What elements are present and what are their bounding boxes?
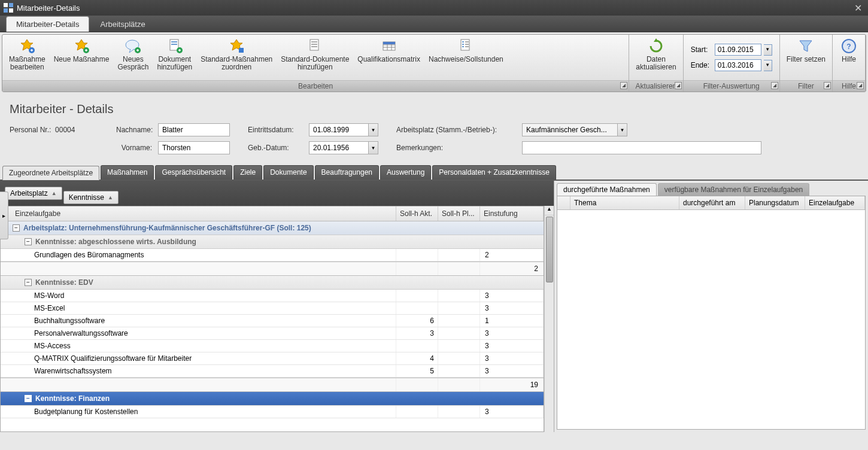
svg-text:?: ? bbox=[846, 42, 851, 51]
right-pane: durchgeführte Maßnahmen verfügbare Maßna… bbox=[554, 181, 868, 432]
bemerkungen-label: Bemerkungen: bbox=[396, 144, 516, 152]
collapse-icon[interactable]: − bbox=[25, 279, 32, 286]
chevron-down-icon[interactable]: ▼ bbox=[369, 123, 378, 136]
skills-grid[interactable]: Einzelaufgabe Soll-h Akt. Soll-h Pl... E… bbox=[0, 206, 544, 432]
grid-row[interactable]: Personalverwaltungssoftware33 bbox=[1, 327, 544, 340]
grid-row[interactable]: Warenwirtschaftssystem53 bbox=[1, 365, 544, 378]
ribbon-set-filter[interactable]: Filter setzen bbox=[782, 36, 830, 79]
subtab-actions[interactable]: Maßnahmen bbox=[101, 165, 154, 180]
grid-row[interactable]: Grundlagen des Büromanagments2 bbox=[1, 249, 544, 262]
arbeitsplatz-select[interactable] bbox=[522, 123, 618, 136]
grid-row[interactable]: MS-Excel3 bbox=[1, 302, 544, 315]
col-einstufung[interactable]: Einstufung bbox=[480, 206, 544, 221]
ribbon-std-actions[interactable]: Standard-Maßnahmen zuordnen bbox=[196, 36, 277, 79]
chevron-down-icon[interactable]: ▼ bbox=[764, 60, 772, 71]
help-icon: ? bbox=[839, 38, 858, 54]
nachname-input[interactable] bbox=[158, 123, 230, 136]
ribbon-new-talk[interactable]: Neues Gespräch bbox=[113, 36, 153, 79]
dialog-launcher-icon[interactable]: ◢ bbox=[675, 82, 682, 89]
grid-header: Einzelaufgabe Soll-h Akt. Soll-h Pl... E… bbox=[1, 206, 544, 221]
close-icon[interactable]: ✕ bbox=[852, 2, 864, 14]
dialog-launcher-icon[interactable]: ◢ bbox=[771, 82, 778, 89]
subtab-eval[interactable]: Auswertung bbox=[380, 165, 431, 180]
svg-rect-29 bbox=[465, 46, 469, 47]
group-row-kenntnisse-ausbildung[interactable]: −Kenntnisse: abgeschlossene wirts. Ausbi… bbox=[1, 235, 544, 249]
eintritt-label: Eintrittsdatum: bbox=[248, 126, 303, 134]
rp-col-thema[interactable]: Thema bbox=[570, 196, 679, 209]
chevron-down-icon[interactable]: ▼ bbox=[764, 44, 772, 56]
subtab-personal[interactable]: Personaldaten + Zusatzkenntnisse bbox=[432, 165, 556, 180]
docs-std-icon bbox=[305, 38, 324, 54]
rp-col-task[interactable]: Einzelaufgabe bbox=[805, 196, 865, 209]
ribbon-proofs[interactable]: Nachweise/Sollstunden bbox=[424, 36, 508, 79]
badge-new-icon bbox=[72, 38, 91, 54]
grid-row[interactable]: MS-Access3 bbox=[1, 340, 544, 352]
grid-row[interactable]: MS-Word3 bbox=[1, 290, 544, 302]
rp-col-date[interactable]: durchgeführt am bbox=[679, 196, 745, 209]
geb-input[interactable] bbox=[309, 141, 369, 154]
dialog-launcher-icon[interactable]: ◢ bbox=[620, 82, 627, 89]
subtab-goals[interactable]: Ziele bbox=[233, 165, 262, 180]
rp-col-spacer bbox=[557, 196, 570, 209]
expand-panel-handle[interactable]: ▸ bbox=[0, 191, 8, 239]
end-label: Ende: bbox=[691, 61, 712, 69]
col-soll-pl[interactable]: Soll-h Pl... bbox=[438, 206, 480, 221]
actions-grid[interactable]: Thema durchgeführt am Planungsdatum Einz… bbox=[557, 196, 866, 430]
group-chip-kenntnisse[interactable]: Kenntnisse▲ bbox=[63, 191, 119, 204]
col-einzelaufgabe[interactable]: Einzelaufgabe bbox=[1, 206, 396, 221]
group-row-kenntnisse-edv[interactable]: −Kenntnisse: EDV bbox=[1, 276, 544, 290]
eintritt-input[interactable] bbox=[309, 123, 369, 136]
grid-row[interactable]: Q-MATRIX Qualifizierungssoftware für Mit… bbox=[1, 352, 544, 365]
ribbon-new-action[interactable]: Neue Maßnahme bbox=[50, 36, 114, 79]
ribbon-refresh[interactable]: Daten aktualisieren bbox=[632, 36, 680, 79]
ribbon: Maßnahme bearbeiten Neue Maßnahme Neues … bbox=[2, 34, 866, 92]
subtab-assignments[interactable]: Beauftragungen bbox=[315, 165, 379, 180]
scroll-up-icon[interactable]: ▲ bbox=[545, 206, 554, 215]
subtab-docs[interactable]: Dokumente bbox=[263, 165, 313, 180]
vorname-input[interactable] bbox=[158, 141, 230, 154]
svg-rect-27 bbox=[465, 44, 469, 45]
ribbon-qual-matrix[interactable]: Qualifikationsmatrix bbox=[353, 36, 424, 79]
window-tab-details[interactable]: Mitarbeiter-Details bbox=[6, 16, 89, 32]
rp-col-plan[interactable]: Planungsdatum bbox=[745, 196, 805, 209]
svg-rect-2 bbox=[4, 8, 8, 13]
svg-rect-1 bbox=[9, 3, 13, 7]
grid-row[interactable]: Budgetplanung für Kostenstellen3 bbox=[1, 406, 544, 418]
rp-tab-available[interactable]: verfügbare Maßnahmen für Einzelaufgaben bbox=[658, 183, 809, 196]
collapse-icon[interactable]: − bbox=[25, 238, 32, 245]
col-soll-akt[interactable]: Soll-h Akt. bbox=[396, 206, 438, 221]
app-icon bbox=[4, 3, 13, 13]
group-summary: 2 bbox=[1, 262, 544, 276]
subtab-talks[interactable]: Gesprächsübersicht bbox=[155, 165, 232, 180]
collapse-icon[interactable]: − bbox=[13, 224, 20, 232]
funnel-icon bbox=[796, 38, 815, 54]
group-row-kenntnisse-finanzen[interactable]: −Kenntnisse: Finanzen bbox=[1, 392, 544, 406]
ribbon-add-doc[interactable]: Dokument hinzufügen bbox=[153, 36, 196, 79]
right-pane-tabs: durchgeführte Maßnahmen verfügbare Maßna… bbox=[554, 181, 868, 196]
bemerkungen-input[interactable] bbox=[522, 141, 761, 154]
chevron-down-icon[interactable]: ▼ bbox=[369, 141, 378, 154]
chevron-down-icon[interactable]: ▼ bbox=[618, 123, 627, 136]
window-tab-workplaces[interactable]: Arbeitsplätze bbox=[90, 17, 154, 32]
ribbon-edit-action[interactable]: Maßnahme bearbeiten bbox=[5, 36, 50, 79]
arbeitsplatz-label: Arbeitsplatz (Stamm.-/Betrieb-): bbox=[396, 126, 516, 134]
dialog-launcher-icon[interactable]: ◢ bbox=[857, 82, 864, 89]
scrollbar[interactable]: ▲ bbox=[544, 206, 554, 432]
scroll-thumb[interactable] bbox=[546, 217, 553, 282]
sort-asc-icon: ▲ bbox=[108, 194, 113, 200]
ribbon-std-docs[interactable]: Standard-Dokumente hinzufügen bbox=[277, 36, 353, 79]
geb-label: Geb.-Datum: bbox=[248, 144, 303, 152]
ribbon-help[interactable]: ? Hilfe bbox=[835, 36, 863, 79]
rp-tab-done[interactable]: durchgeführte Maßnahmen bbox=[557, 183, 657, 196]
collapse-icon[interactable]: − bbox=[25, 395, 32, 402]
end-date-input[interactable] bbox=[715, 59, 761, 71]
subtab-workplaces[interactable]: Zugeordnete Arbeitsplätze bbox=[2, 166, 99, 180]
group-row-arbeitsplatz[interactable]: −Arbeitsplatz: Unternehmensführung-Kaufm… bbox=[1, 221, 544, 235]
svg-rect-26 bbox=[462, 44, 464, 45]
group-chip-arbeitsplatz[interactable]: Arbeitsplatz▲ bbox=[5, 187, 62, 200]
start-date-input[interactable] bbox=[715, 44, 761, 56]
dialog-launcher-icon[interactable]: ◢ bbox=[824, 82, 831, 89]
ribbon-group-filtereval-label: Filter-Auswertung ◢ bbox=[684, 80, 779, 92]
employee-form: Personal Nr.: 00004 Nachname: Eintrittsd… bbox=[0, 121, 868, 165]
grid-row[interactable]: Buchhaltungssoftware61 bbox=[1, 315, 544, 327]
